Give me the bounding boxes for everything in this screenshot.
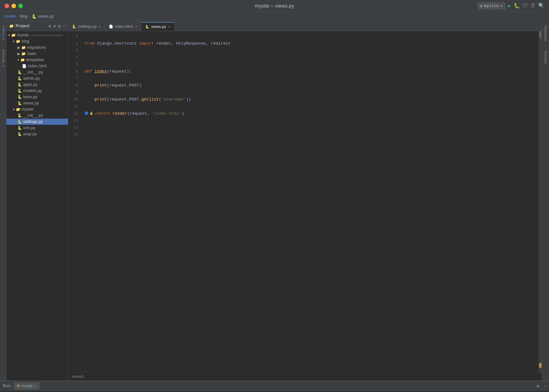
traffic-lights — [5, 4, 23, 8]
tree-item-blog[interactable]: ▾ 📁 blog — [7, 38, 68, 44]
tab-settings-label: settings.py — [78, 24, 97, 29]
close-button[interactable] — [5, 4, 9, 8]
run-button[interactable]: ▶ — [508, 3, 511, 9]
project-panel-header: 📁 Project ⊕ ⇄ ⚙ — — [7, 21, 68, 31]
editor-scrollbar[interactable] — [538, 31, 542, 372]
code-line-6: 🔵 🔒 return render(request, 'index.html') — [85, 110, 535, 117]
project-panel-title: Project — [16, 24, 29, 28]
toolbar-right: ⚙ mysite ▾ ▶ 🐛 🛡 ⏱ 🔍 — [478, 2, 544, 10]
breadcrumb-blog[interactable]: blog — [20, 14, 28, 19]
tree-item-urls[interactable]: 🐍 urls.py — [7, 125, 68, 131]
project-panel: 📁 Project ⊕ ⇄ ⚙ — ▾ 📁 mysite ~/PycharmPr… — [7, 21, 68, 381]
sync-icon[interactable]: ⇄ — [53, 24, 56, 29]
editor-breadcrumb-bottom: index() — [68, 372, 542, 381]
code-line-14 — [85, 222, 535, 229]
code-line-15 — [85, 236, 535, 243]
maximize-button[interactable] — [18, 4, 23, 8]
breadcrumb-sep2: › — [29, 14, 30, 19]
sidebar-item-project[interactable]: 1: Project — [0, 21, 6, 45]
code-line-11 — [85, 180, 535, 187]
run-panel-minimize-icon[interactable]: — — [544, 384, 546, 388]
tree-item-models[interactable]: 🐍 models.py — [7, 88, 68, 94]
run-label: Run: — [3, 384, 11, 388]
chevron-down-icon: ▾ — [500, 3, 503, 8]
breadcrumb: mysite › blog › 🐍 views.py — [0, 12, 549, 21]
editor-content: 1 2 3 4 5 6 7 8 9 10 11 12 13 14 15 from… — [68, 31, 542, 372]
tree-item-migrations[interactable]: ▶ 📁 migrations — [7, 44, 68, 51]
breadcrumb-sep1: › — [17, 14, 18, 19]
breadcrumb-file-icon: 🐍 — [32, 14, 37, 19]
tree-item-tests[interactable]: 🐍 tests.py — [7, 94, 68, 100]
tab-settings-icon: 🐍 — [72, 25, 76, 29]
run-tab-icon: ⚙ — [17, 384, 20, 388]
tree-item-static[interactable]: ▶ 📁 static — [7, 51, 68, 57]
main-layout: 1: Project 2: Structure 📁 Project ⊕ ⇄ ⚙ … — [0, 21, 549, 381]
code-line-12 — [85, 194, 535, 201]
code-line-5: print(request.POST.getlist('username')) — [85, 96, 535, 103]
editor-area: 🐍 settings.py ✕ 📄 index.html ✕ 🐍 views.p… — [68, 21, 542, 381]
line-numbers: 1 2 3 4 5 6 7 8 9 10 11 12 13 14 15 — [68, 31, 81, 372]
code-line-4: print(request.POST) — [85, 82, 535, 89]
titlebar: mysite – views.py ⚙ mysite ▾ ▶ 🐛 🛡 ⏱ 🔍 — [0, 0, 549, 12]
profile-button[interactable]: ⏱ — [530, 3, 535, 9]
debug-button[interactable]: 🐛 — [514, 3, 520, 9]
run-tab-mysite[interactable]: ⚙ mysite ✕ — [14, 382, 39, 390]
bottom-section: Run: ⚙ mysite ✕ ⚙ — ▶ ↑ ■ ↓ ≡ ⬇ 📌 🖨 🗑 /u… — [0, 381, 549, 392]
tree-item-wsgi[interactable]: 🐍 wsgi.py — [7, 131, 68, 137]
tab-views-label: views.py — [151, 25, 166, 29]
tree-item-apps[interactable]: 🐍 apps.py — [7, 82, 68, 88]
code-line-13 — [85, 208, 535, 215]
tab-settings-close[interactable]: ✕ — [99, 25, 101, 28]
run-output: ▶ ↑ ■ ↓ ≡ ⬇ 📌 🖨 🗑 /usr/local/bin/python3… — [0, 391, 549, 392]
tab-views-py[interactable]: 🐍 views.py ✕ — [141, 22, 175, 31]
search-icon[interactable]: 🔍 — [538, 3, 544, 9]
tree-item-mysite-init[interactable]: 🐍 __init__.py — [7, 112, 68, 119]
code-line-10 — [85, 166, 535, 173]
breadcrumb-file[interactable]: views.py — [38, 14, 54, 19]
run-panel-settings-icon[interactable]: ⚙ — [537, 384, 539, 389]
file-tree: ▾ 📁 mysite ~/PycharmProjects/m ▾ 📁 blog … — [7, 31, 68, 381]
breadcrumb-project[interactable]: mysite — [4, 14, 16, 19]
tree-item-mysite-sub[interactable]: ▾ 📁 mysite — [7, 106, 68, 112]
tab-html-label: index.html — [115, 24, 133, 29]
run-selector-label: mysite — [484, 4, 499, 8]
code-editor[interactable]: from django.shortcuts import render, Htt… — [81, 31, 538, 372]
code-line-7 — [85, 124, 535, 131]
run-tab-close-button[interactable]: ✕ — [34, 384, 37, 388]
settings-icon[interactable]: ⚙ — [58, 24, 60, 29]
run-tab-label: mysite — [21, 384, 33, 388]
tree-item-admin[interactable]: 🐍 admin.py — [7, 75, 68, 82]
add-icon[interactable]: ⊕ — [49, 24, 51, 29]
tab-settings[interactable]: 🐍 settings.py ✕ — [68, 22, 105, 31]
tree-item-views[interactable]: 🐍 views.py — [7, 100, 68, 106]
run-tab-bar: Run: ⚙ mysite ✕ ⚙ — — [0, 381, 549, 391]
tree-item-settings[interactable]: 🐍 settings.py — [7, 119, 68, 125]
tree-item-blog-init[interactable]: 🐍 __init__.py — [7, 69, 68, 75]
minimize-button[interactable] — [11, 4, 16, 8]
tab-index-html[interactable]: 📄 index.html ✕ — [105, 22, 141, 31]
window-title: mysite – views.py — [255, 3, 294, 9]
database-panel-tab[interactable]: Database — [542, 21, 549, 46]
run-icon: ⚙ — [480, 3, 483, 8]
tree-item-mysite-root[interactable]: ▾ 📁 mysite ~/PycharmProjects/m — [7, 32, 68, 38]
folder-icon: 📁 — [9, 24, 14, 28]
code-line-3: def index(request): — [85, 68, 535, 75]
code-line-2 — [85, 54, 535, 61]
bottom-breadcrumb-text: index() — [72, 374, 84, 379]
tab-bar: 🐍 settings.py ✕ 📄 index.html ✕ 🐍 views.p… — [68, 21, 542, 31]
run-configuration-selector[interactable]: ⚙ mysite ▾ — [478, 2, 505, 10]
tab-html-close[interactable]: ✕ — [135, 25, 137, 28]
tab-views-icon: 🐍 — [145, 25, 150, 29]
vertical-panel-tabs: 1: Project 2: Structure — [0, 21, 7, 381]
minimize-panel-icon[interactable]: — — [63, 24, 65, 29]
right-panel-strip: Database SciView — [542, 21, 549, 381]
code-line-9 — [85, 152, 535, 159]
tree-item-templates[interactable]: ▾ 📁 templates — [7, 57, 68, 63]
tree-item-index-html[interactable]: 📄 index.html — [7, 63, 68, 69]
sciview-panel-tab[interactable]: SciView — [542, 46, 549, 68]
sidebar-item-structure[interactable]: 2: Structure — [0, 45, 6, 72]
tab-views-close[interactable]: ✕ — [168, 25, 171, 29]
coverage-button[interactable]: 🛡 — [523, 3, 528, 9]
code-line-1: from django.shortcuts import render, Htt… — [85, 40, 535, 47]
code-line-8 — [85, 138, 535, 145]
